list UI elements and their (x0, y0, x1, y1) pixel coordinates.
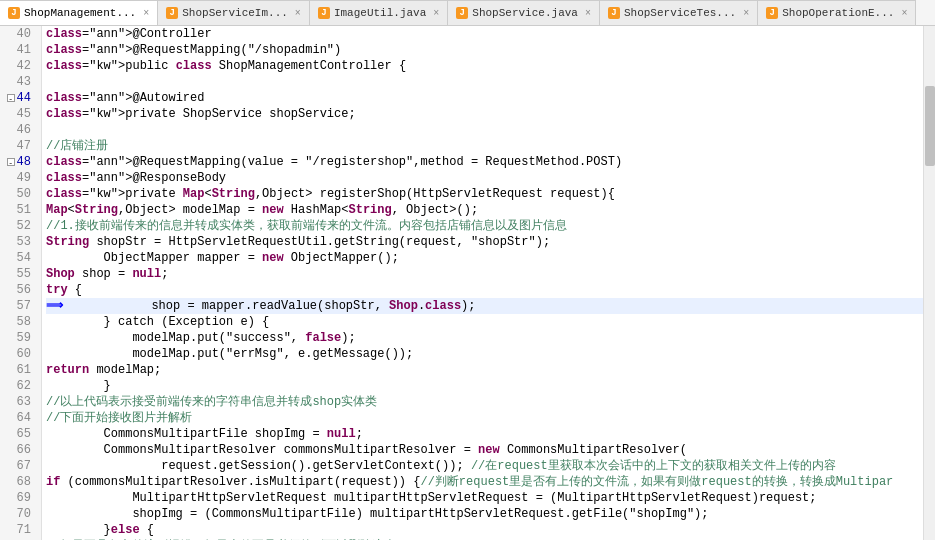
collapse-marker[interactable]: - (7, 94, 15, 102)
tab-tab4[interactable]: JShopService.java× (448, 0, 600, 25)
line-number: 67 (0, 458, 35, 474)
line-number: 43 (0, 74, 35, 90)
code-line[interactable]: CommonsMultipartResolver commonsMultipar… (46, 442, 923, 458)
tab-tab3[interactable]: JImageUtil.java× (310, 0, 448, 25)
line-number: 56 (0, 282, 35, 298)
code-line[interactable]: ⟹ shop = mapper.readValue(shopStr, Shop.… (46, 298, 923, 314)
line-number: 65 (0, 426, 35, 442)
line-number: 52 (0, 218, 35, 234)
line-number: 54 (0, 250, 35, 266)
code-line[interactable]: //1.接收前端传来的信息并转成实体类，获取前端传来的文件流。内容包括店铺信息以… (46, 218, 923, 234)
line-number: 64 (0, 410, 35, 426)
code-line[interactable]: } catch (Exception e) { (46, 314, 923, 330)
line-number: 40 (0, 26, 35, 42)
line-number: 63 (0, 394, 35, 410)
code-line[interactable]: class="ann">@Autowired (46, 90, 923, 106)
code-line[interactable]: class="ann">@RequestMapping(value = "/re… (46, 154, 923, 170)
line-number: 46 (0, 122, 35, 138)
code-line[interactable]: //店铺注册 (46, 138, 923, 154)
code-line[interactable]: request.getSession().getServletContext()… (46, 458, 923, 474)
tab-tab1[interactable]: JShopManagement...× (0, 0, 158, 26)
tab-label: ImageUtil.java (334, 7, 426, 19)
line-number: 41 (0, 42, 35, 58)
line-number: 71 (0, 522, 35, 538)
line-number: 62 (0, 378, 35, 394)
code-line[interactable]: Map<String,Object> modelMap = new HashMa… (46, 202, 923, 218)
tab-label: ShopManagement... (24, 7, 136, 19)
code-line[interactable]: modelMap.put("success", false); (46, 330, 923, 346)
code-line[interactable]: CommonsMultipartFile shopImg = null; (46, 426, 923, 442)
code-line[interactable] (46, 122, 923, 138)
line-number: 51 (0, 202, 35, 218)
tab-tab6[interactable]: JShopOperationE...× (758, 0, 916, 25)
code-line[interactable]: if (commonsMultipartResolver.isMultipart… (46, 474, 923, 490)
code-line[interactable]: } (46, 378, 923, 394)
tab-close-button[interactable]: × (743, 8, 749, 19)
tab-tab2[interactable]: JShopServiceIm...× (158, 0, 310, 25)
code-line[interactable]: modelMap.put("errMsg", e.getMessage()); (46, 346, 923, 362)
line-number: 59 (0, 330, 35, 346)
java-icon: J (766, 7, 778, 19)
line-number: 61 (0, 362, 35, 378)
line-number: 47 (0, 138, 35, 154)
execution-indicator: ⟹ (46, 298, 63, 314)
line-number: 42 (0, 58, 35, 74)
code-line[interactable]: return modelMap; (46, 362, 923, 378)
line-number: -44 (0, 90, 35, 106)
tab-tab5[interactable]: JShopServiceTes...× (600, 0, 758, 25)
line-number: 55 (0, 266, 35, 282)
scrollbar-thumb[interactable] (925, 86, 935, 166)
code-line[interactable]: //以上代码表示接受前端传来的字符串信息并转成shop实体类 (46, 394, 923, 410)
tab-label: ShopOperationE... (782, 7, 894, 19)
scrollbar[interactable] (923, 26, 935, 540)
line-number: 69 (0, 490, 35, 506)
line-numbers: 40414243-44454647-4849505152535455565758… (0, 26, 42, 540)
code-container: 40414243-44454647-4849505152535455565758… (0, 26, 935, 540)
line-number: 58 (0, 314, 35, 330)
code-line[interactable]: class="ann">@RequestMapping("/shopadmin"… (46, 42, 923, 58)
line-number: 68 (0, 474, 35, 490)
java-icon: J (456, 7, 468, 19)
code-line[interactable]: try { (46, 282, 923, 298)
java-icon: J (608, 7, 620, 19)
tab-close-button[interactable]: × (585, 8, 591, 19)
code-line[interactable]: //下面开始接收图片并解析 (46, 410, 923, 426)
line-number: 66 (0, 442, 35, 458)
line-number: 45 (0, 106, 35, 122)
java-icon: J (318, 7, 330, 19)
line-number: 49 (0, 170, 35, 186)
java-icon: J (166, 7, 178, 19)
tab-label: ShopService.java (472, 7, 578, 19)
line-number: 60 (0, 346, 35, 362)
tab-close-button[interactable]: × (143, 8, 149, 19)
code-editor[interactable]: class="ann">@Controllerclass="ann">@Requ… (42, 26, 923, 540)
code-line[interactable]: ObjectMapper mapper = new ObjectMapper()… (46, 250, 923, 266)
code-line[interactable]: class="kw">private Map<String,Object> re… (46, 186, 923, 202)
java-icon: J (8, 7, 20, 19)
line-number: 50 (0, 186, 35, 202)
tab-bar: JShopManagement...×JShopServiceIm...×JIm… (0, 0, 935, 26)
tab-close-button[interactable]: × (295, 8, 301, 19)
tab-close-button[interactable]: × (901, 8, 907, 19)
code-line[interactable]: class="ann">@Controller (46, 26, 923, 42)
code-line[interactable]: Shop shop = null; (46, 266, 923, 282)
code-line[interactable]: MultipartHttpServletRequest multipartHtt… (46, 490, 923, 506)
code-line[interactable]: String shopStr = HttpServletRequestUtil.… (46, 234, 923, 250)
tab-close-button[interactable]: × (433, 8, 439, 19)
code-line[interactable]: class="ann">@ResponseBody (46, 170, 923, 186)
tab-label: ShopServiceTes... (624, 7, 736, 19)
code-line[interactable]: shopImg = (CommonsMultipartFile) multipa… (46, 506, 923, 522)
line-number: 57 (0, 298, 35, 314)
code-line[interactable]: class="kw">public class ShopManagementCo… (46, 58, 923, 74)
tab-label: ShopServiceIm... (182, 7, 288, 19)
line-number: 53 (0, 234, 35, 250)
code-line[interactable]: class="kw">private ShopService shopServi… (46, 106, 923, 122)
line-number: 70 (0, 506, 35, 522)
code-line[interactable] (46, 74, 923, 90)
line-number: -48 (0, 154, 35, 170)
code-line[interactable]: }else { (46, 522, 923, 538)
collapse-marker[interactable]: - (7, 158, 15, 166)
